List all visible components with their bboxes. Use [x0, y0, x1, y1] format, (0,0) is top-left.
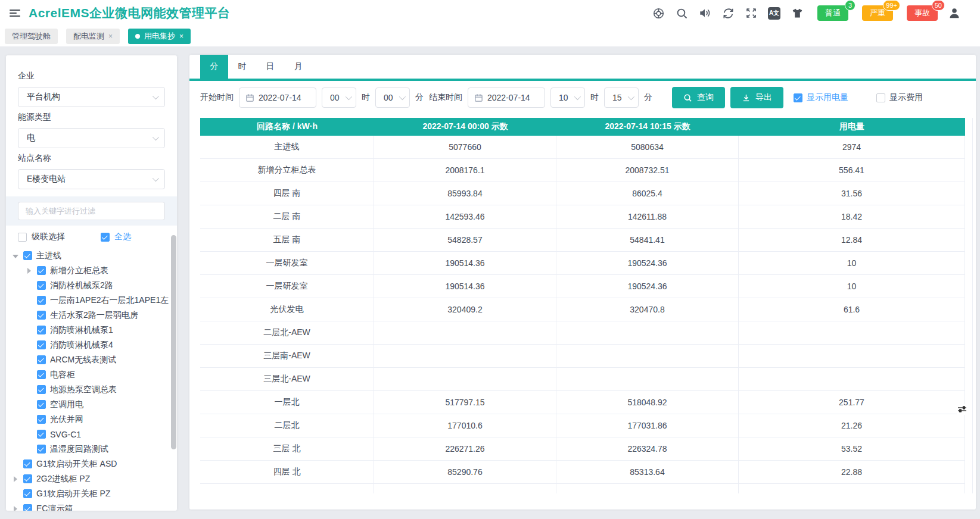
table-header-row: 回路名称 / kW·h 2022-07-14 00:00 示数 2022-07-…	[200, 118, 973, 136]
search-icon[interactable]	[675, 7, 688, 20]
tree-checkbox[interactable]	[37, 311, 46, 320]
end-hour-select[interactable]: 10	[550, 87, 585, 108]
scrollbar-gutter[interactable]	[965, 182, 973, 205]
user-icon[interactable]	[948, 7, 961, 20]
tree-checkbox[interactable]	[37, 326, 46, 334]
scrollbar-gutter[interactable]	[965, 159, 973, 182]
tree-item[interactable]: 空调用电	[6, 397, 177, 412]
tree-item[interactable]: 生活水泵2路一层弱电房	[6, 308, 177, 323]
speaker-icon[interactable]	[698, 7, 711, 20]
tree-item[interactable]: 消防喷淋机械泵1	[6, 323, 177, 337]
scrollbar-gutter[interactable]	[965, 414, 973, 437]
tree-checkbox[interactable]	[37, 340, 46, 349]
tab-day[interactable]: 日	[256, 55, 284, 79]
close-icon[interactable]: ×	[179, 32, 183, 40]
tree-item[interactable]: 主进线	[6, 248, 177, 263]
show-cost-checkbox[interactable]	[876, 93, 885, 102]
tree-item[interactable]: 一层南1APE2右一层北1APE1左	[6, 293, 177, 308]
tree-checkbox[interactable]	[37, 415, 46, 424]
end-minute-select[interactable]: 15	[604, 87, 639, 108]
tree-checkbox[interactable]	[37, 430, 46, 439]
scrollbar-gutter[interactable]	[965, 136, 973, 159]
tree-item[interactable]: 消防喷淋机械泵4	[6, 337, 177, 352]
tree-item[interactable]: G1软启动开关柜 ASD	[6, 457, 177, 471]
tree-checkbox[interactable]	[37, 281, 46, 290]
cascade-checkbox[interactable]	[18, 233, 27, 242]
translate-icon[interactable]: A文	[768, 7, 780, 20]
tree-checkbox[interactable]	[37, 445, 46, 454]
tab-month[interactable]: 月	[284, 55, 312, 79]
tab-minute[interactable]: 分	[200, 55, 228, 79]
start-minute-select[interactable]: 00	[375, 87, 410, 108]
tree-item[interactable]: EC演示箱	[6, 501, 177, 511]
close-icon[interactable]: ×	[108, 32, 113, 40]
tab-meter-reading[interactable]: 用电集抄 ×	[128, 29, 191, 44]
scrollbar-gutter[interactable]	[965, 229, 973, 252]
alarm-normal-button[interactable]: 普通 3	[817, 5, 848, 21]
tree-item[interactable]: 电容柜	[6, 367, 177, 382]
tab-dashboard[interactable]: 管理驾驶舱	[5, 29, 58, 44]
scrollbar-gutter[interactable]	[965, 298, 973, 321]
tree-item[interactable]: 光伏并网	[6, 412, 177, 427]
scrollbar-gutter[interactable]	[965, 252, 973, 275]
show-energy-checkbox[interactable]	[794, 93, 802, 102]
end-date-input[interactable]: 2022-07-14	[468, 87, 545, 108]
tree-checkbox[interactable]	[37, 355, 46, 364]
tree-item[interactable]: 温湿度回路测试	[6, 442, 177, 457]
start-date-input[interactable]: 2022-07-14	[239, 87, 316, 108]
tree-checkbox[interactable]	[37, 400, 46, 409]
energy-type-select[interactable]: 电	[18, 128, 165, 148]
show-energy-toggle[interactable]: 显示用电量	[794, 92, 848, 103]
tree-checkbox[interactable]	[23, 489, 32, 498]
alarm-severe-button[interactable]: 严重 99+	[862, 5, 893, 21]
caret-right-icon[interactable]	[12, 476, 19, 483]
refresh-icon[interactable]	[721, 7, 735, 20]
query-button[interactable]: 查询	[672, 87, 725, 108]
scrollbar-gutter[interactable]	[965, 275, 973, 298]
tree-checkbox[interactable]	[37, 266, 46, 275]
tab-hour[interactable]: 时	[228, 55, 256, 79]
minute-suffix-label: 分	[415, 92, 424, 103]
tree-checkbox[interactable]	[23, 474, 32, 483]
tree-item[interactable]: 新增分立柜总表	[6, 263, 177, 278]
caret-right-icon[interactable]	[26, 267, 33, 274]
tree-checkbox[interactable]	[23, 251, 32, 260]
tree-filter-input[interactable]	[18, 202, 165, 220]
scrollbar-gutter[interactable]	[965, 368, 973, 391]
tshirt-icon[interactable]	[791, 7, 804, 20]
select-all-checkbox[interactable]	[101, 233, 110, 242]
tree-item[interactable]: G1软启动开关柜 PZ	[6, 486, 177, 501]
tree-checkbox[interactable]	[37, 370, 46, 379]
adjust-columns-icon[interactable]	[957, 404, 967, 415]
tree-item[interactable]: 2G2进线柜 PZ	[6, 471, 177, 486]
tree-checkbox[interactable]	[23, 504, 32, 511]
sidebar-scrollbar[interactable]	[171, 235, 176, 449]
enterprise-select[interactable]: 平台机构	[18, 87, 165, 107]
show-cost-toggle[interactable]: 显示费用	[876, 92, 923, 103]
alarm-accident-button[interactable]: 事故 50	[907, 5, 938, 21]
scrollbar-gutter[interactable]	[965, 205, 973, 229]
tree-item[interactable]: SVG-C1	[6, 427, 177, 442]
scrollbar-gutter[interactable]	[965, 321, 973, 345]
tree-checkbox[interactable]	[37, 296, 46, 305]
life-buoy-icon[interactable]	[652, 7, 665, 20]
menu-fold-icon[interactable]	[8, 7, 21, 20]
fullscreen-icon[interactable]	[745, 7, 758, 20]
caret-down-icon[interactable]	[12, 252, 19, 260]
tab-power-monitor[interactable]: 配电监测 ×	[66, 29, 120, 44]
export-button[interactable]: 导出	[730, 87, 783, 108]
tree-item[interactable]: 消防栓机械泵2路	[6, 278, 177, 293]
scrollbar-gutter[interactable]	[965, 484, 973, 493]
tree-checkbox[interactable]	[37, 385, 46, 394]
caret-right-icon[interactable]	[12, 505, 19, 511]
tree-item[interactable]: 地源热泵空调总表	[6, 382, 177, 397]
station-select[interactable]: E楼变电站	[18, 169, 165, 189]
tree-checkbox[interactable]	[23, 459, 32, 468]
calendar-icon	[245, 93, 254, 102]
app-header: AcrelEMS企业微电网能效管理平台 A文 普通 3 严重 99+	[0, 0, 980, 26]
scrollbar-gutter[interactable]	[965, 437, 973, 461]
scrollbar-gutter[interactable]	[965, 345, 973, 368]
scrollbar-gutter[interactable]	[965, 461, 973, 484]
start-hour-select[interactable]: 00	[322, 87, 356, 108]
tree-item[interactable]: ARCM无线表测试	[6, 352, 177, 367]
